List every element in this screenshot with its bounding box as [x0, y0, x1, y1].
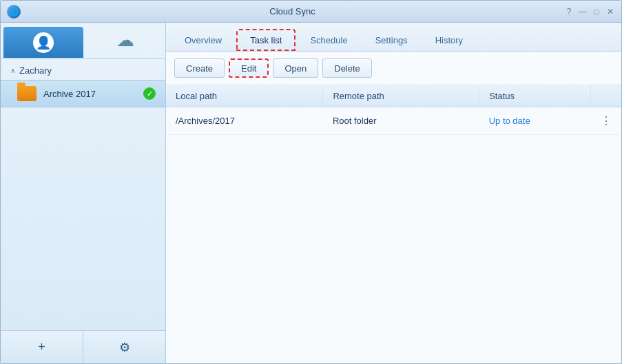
- cell-remote-path: Root folder: [323, 107, 479, 135]
- tab-history[interactable]: History: [422, 29, 476, 51]
- cell-local-path: /Archives/2017: [166, 107, 323, 135]
- list-item[interactable]: Archive 2017 ✓: [1, 80, 165, 107]
- maximize-button[interactable]: □: [591, 6, 602, 17]
- tab-tasklist[interactable]: Task list: [236, 29, 296, 51]
- window-controls: ? — □ ✕: [563, 6, 616, 17]
- tab-schedule[interactable]: Schedule: [297, 29, 360, 51]
- status-badge: Up to date: [489, 116, 530, 126]
- col-header-more: [591, 85, 621, 107]
- user-section: ∧ Zachary: [1, 58, 165, 80]
- table-row[interactable]: /Archives/2017 Root folder Up to date ⋮: [166, 107, 621, 135]
- globe-icon: 🌐: [7, 5, 21, 19]
- main-panel: Overview Task list Schedule Settings His…: [166, 23, 621, 363]
- tab-overview[interactable]: Overview: [172, 29, 235, 51]
- help-button[interactable]: ?: [563, 6, 574, 17]
- settings-button[interactable]: ⚙: [83, 331, 165, 363]
- cell-more[interactable]: ⋮: [591, 107, 621, 135]
- sidebar-tab-cloud[interactable]: ☁: [86, 23, 166, 58]
- task-table-container: Local path Remote path Status /Archives/…: [166, 85, 621, 363]
- open-button[interactable]: Open: [273, 58, 318, 78]
- folder-icon: [17, 86, 37, 101]
- task-table: Local path Remote path Status /Archives/…: [166, 85, 621, 135]
- user-name: Zachary: [19, 65, 52, 76]
- sidebar-footer: + ⚙: [1, 330, 165, 363]
- user-avatar-icon: 👤: [33, 32, 54, 53]
- col-header-status: Status: [479, 85, 591, 107]
- table-body: /Archives/2017 Root folder Up to date ⋮: [166, 107, 621, 135]
- content-area: 👤 ☁ ∧ Zachary Archive 2017 ✓ + ⚙: [1, 23, 621, 363]
- collapse-arrow-icon: ∧: [10, 67, 15, 74]
- close-button[interactable]: ✕: [605, 6, 616, 17]
- sidebar-item-label: Archive 2017: [43, 89, 136, 99]
- col-header-remote-path: Remote path: [323, 85, 479, 107]
- add-task-button[interactable]: +: [1, 331, 83, 363]
- create-button[interactable]: Create: [174, 58, 225, 78]
- minimize-button[interactable]: —: [577, 6, 588, 17]
- status-check-icon: ✓: [143, 87, 156, 100]
- sidebar-tabs: 👤 ☁: [1, 23, 165, 58]
- cell-status: Up to date: [479, 107, 591, 135]
- edit-button[interactable]: Edit: [229, 58, 269, 78]
- sidebar: 👤 ☁ ∧ Zachary Archive 2017 ✓ + ⚙: [1, 23, 166, 363]
- toolbar: Create Edit Open Delete: [166, 52, 621, 85]
- title-bar: 🌐 Cloud Sync ? — □ ✕: [1, 1, 621, 23]
- app-icon: 🌐: [6, 4, 21, 19]
- delete-button[interactable]: Delete: [322, 58, 372, 78]
- tab-settings[interactable]: Settings: [362, 29, 421, 51]
- tabs-bar: Overview Task list Schedule Settings His…: [166, 23, 621, 52]
- sidebar-tab-user[interactable]: 👤: [3, 27, 83, 58]
- table-header: Local path Remote path Status: [166, 85, 621, 107]
- window-title: Cloud Sync: [21, 6, 563, 17]
- cloud-icon: ☁: [116, 30, 134, 51]
- more-options-icon[interactable]: ⋮: [601, 115, 612, 127]
- main-window: 🌐 Cloud Sync ? — □ ✕ 👤 ☁ ∧ Zachary: [0, 0, 622, 364]
- col-header-local-path: Local path: [166, 85, 323, 107]
